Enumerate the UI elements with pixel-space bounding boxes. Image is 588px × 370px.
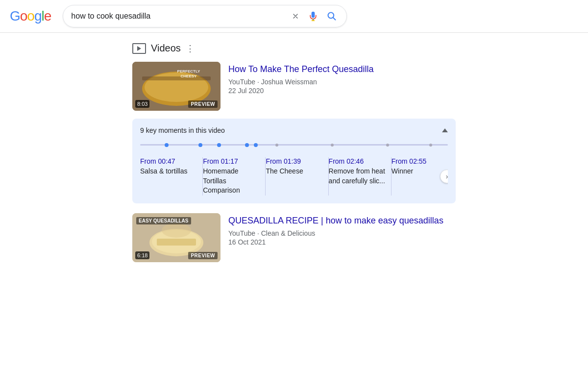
- svg-text:CHEESY: CHEESY: [181, 74, 197, 78]
- moment-card-2: From 01:17 Homemade Tortillas Comparison: [203, 157, 266, 196]
- timeline-dot-3[interactable]: [217, 143, 221, 147]
- moment-card-5: From 02:55 Winner ›: [392, 157, 448, 196]
- timeline: [140, 140, 448, 149]
- moment-card-3: From 01:39 The Cheese: [266, 157, 328, 196]
- video-platform-1: YouTube: [228, 78, 255, 86]
- header: Google how to cook quesadilla: [0, 0, 588, 33]
- timeline-dot-6[interactable]: [275, 144, 278, 147]
- key-moments-header: 9 key moments in this video: [140, 126, 448, 134]
- video-date-1: 22 Jul 2020: [228, 87, 373, 95]
- video-title-2[interactable]: QUESADILLA RECIPE | how to make easy que…: [228, 215, 443, 226]
- preview-badge-2: PREVIEW: [188, 252, 218, 259]
- play-icon-small: [137, 46, 141, 51]
- key-moments-panel: 9 key moments in this video: [132, 119, 456, 203]
- svg-rect-7: [142, 76, 211, 80]
- section-title: Videos: [151, 43, 181, 54]
- svg-point-14: [162, 223, 191, 238]
- timeline-dot-2[interactable]: [198, 143, 202, 147]
- moment-time-4[interactable]: From 02:46: [329, 157, 385, 165]
- video-title-1[interactable]: How To Make The Perfect Quesadilla: [228, 64, 373, 75]
- video-source-2: YouTube · Clean & Delicious: [228, 229, 443, 237]
- main-content: Videos ⋮ PERFECTLY CHEESY 8:03 PREVIEW: [122, 33, 466, 280]
- moment-desc-4: Remove from heat and carefully slic...: [329, 167, 385, 185]
- search-bar: how to cook quesadilla: [63, 5, 347, 27]
- separator-2: ·: [257, 229, 261, 237]
- moment-card-1: From 00:47 Salsa & tortillas: [140, 157, 203, 196]
- video-platform-2: YouTube: [228, 229, 255, 237]
- clear-icon: [292, 12, 299, 20]
- video-author-2: Clean & Delicious: [261, 229, 316, 237]
- timeline-track: [140, 144, 448, 146]
- video-info-2: QUESADILLA RECIPE | how to make easy que…: [228, 213, 443, 262]
- svg-line-3: [333, 18, 336, 20]
- microphone-icon: [308, 11, 318, 21]
- section-header: Videos ⋮: [132, 43, 456, 54]
- video-info-1: How To Make The Perfect Quesadilla YouTu…: [228, 62, 373, 111]
- more-options-button[interactable]: ⋮: [186, 43, 196, 54]
- moment-time-3[interactable]: From 01:39: [266, 157, 322, 165]
- timeline-dot-4[interactable]: [245, 143, 249, 147]
- key-moments-title: 9 key moments in this video: [140, 126, 225, 134]
- svg-text:PERFECTLY: PERFECTLY: [177, 69, 200, 74]
- video-date-2: 16 Oct 2021: [228, 238, 443, 246]
- moment-time-1[interactable]: From 00:47: [140, 157, 196, 165]
- search-button[interactable]: [325, 9, 339, 23]
- search-icon: [327, 11, 337, 21]
- separator-1: ·: [257, 78, 261, 86]
- timeline-dot-1[interactable]: [165, 143, 169, 147]
- moment-desc-2: Homemade Tortillas Comparison: [203, 167, 240, 194]
- clear-button[interactable]: [290, 10, 301, 22]
- duration-badge-1: 8:03: [135, 100, 149, 108]
- svg-rect-13: [157, 239, 196, 246]
- moment-desc-1: Salsa & tortillas: [140, 167, 187, 175]
- moment-time-2[interactable]: From 01:17: [203, 157, 259, 165]
- video-section-icon: [132, 43, 146, 54]
- timeline-dot-8[interactable]: [386, 144, 389, 147]
- timeline-dot-7[interactable]: [331, 144, 334, 147]
- moment-desc-3: The Cheese: [266, 167, 303, 175]
- moments-next-button[interactable]: ›: [440, 170, 448, 183]
- video-thumbnail-1[interactable]: PERFECTLY CHEESY 8:03 PREVIEW: [132, 62, 220, 111]
- video-result-1: PERFECTLY CHEESY 8:03 PREVIEW How To Mak…: [132, 62, 456, 111]
- timeline-dot-9[interactable]: [429, 144, 432, 147]
- google-logo: Google: [10, 8, 51, 24]
- video-source-1: YouTube · Joshua Weissman: [228, 78, 373, 86]
- preview-badge-1: PREVIEW: [188, 100, 218, 108]
- moments-list: From 00:47 Salsa & tortillas From 01:17 …: [140, 157, 448, 196]
- video-result-2: EASY QUESADILLAS 6:18 PREVIEW QUESADILLA…: [132, 213, 456, 262]
- thumbnail-label-2: EASY QUESADILLAS: [136, 217, 191, 224]
- search-input[interactable]: how to cook quesadilla: [71, 12, 286, 21]
- search-icons: [290, 9, 339, 23]
- voice-search-button[interactable]: [306, 9, 320, 23]
- moment-card-4: From 02:46 Remove from heat and carefull…: [329, 157, 392, 196]
- video-thumbnail-2[interactable]: EASY QUESADILLAS 6:18 PREVIEW: [132, 213, 220, 262]
- timeline-dot-5[interactable]: [254, 143, 258, 147]
- moment-time-5[interactable]: From 02:55: [392, 157, 448, 165]
- duration-badge-2: 6:18: [135, 251, 149, 259]
- collapse-icon[interactable]: [442, 128, 448, 132]
- moment-desc-5: Winner: [392, 167, 413, 175]
- video-author-1: Joshua Weissman: [261, 78, 317, 86]
